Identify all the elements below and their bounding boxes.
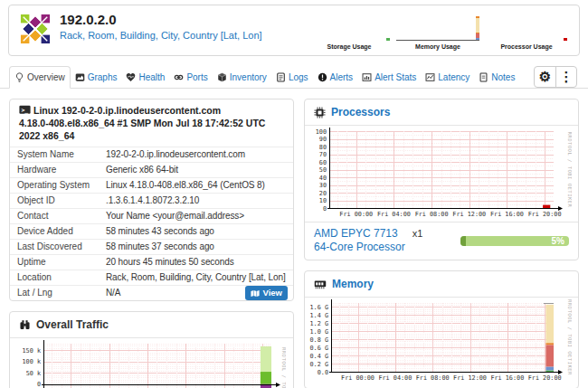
overall-traffic-panel: Overall Traffic 050 k100 k150 kRRDTOOL /…: [9, 311, 294, 388]
svg-text:60: 60: [319, 159, 327, 166]
processor-item: AMD EPYC 7713x1 64-Core Processor 5%: [305, 222, 578, 260]
tab-alert-stats[interactable]: Alert Stats: [357, 66, 421, 89]
processors-panel: Processors 0102030405060708090100Fri 00:…: [304, 99, 579, 260]
file-icon: [276, 72, 286, 82]
line-chart-icon: [425, 72, 435, 82]
svg-text:1.4 G: 1.4 G: [310, 312, 328, 319]
svg-text:0.6 G: 0.6 G: [310, 345, 328, 352]
link-icon: [174, 72, 184, 82]
svg-text:150 k: 150 k: [23, 347, 41, 355]
area-chart-icon: [75, 72, 85, 82]
svg-text:20: 20: [319, 190, 327, 197]
cpu-name-link[interactable]: AMD EPYC 7713: [314, 227, 398, 240]
cpu-usage-bar: 5%: [460, 236, 569, 246]
table-row: LocationRack, Room, Building, City, Coun…: [10, 270, 293, 285]
svg-text:1.6 G: 1.6 G: [310, 304, 328, 311]
table-row: Uptime20 hours 45 minutes 50 seconds: [10, 254, 293, 270]
memory-graph[interactable]: 0.00.2 G0.4 G0.6 G0.8 G1.0 G1.2 G1.4 G1.…: [305, 298, 578, 388]
svg-text:70: 70: [319, 151, 327, 158]
memory-header[interactable]: Memory: [305, 271, 578, 298]
svg-text:50 k: 50 k: [26, 370, 41, 377]
alert-circle-icon: [318, 72, 327, 82]
os-icon: >_: [19, 105, 31, 116]
svg-text:90: 90: [319, 136, 327, 143]
svg-text:Fri 08:00: Fri 08:00: [416, 374, 450, 382]
memory-usage-mini[interactable]: Memory Usage: [396, 13, 479, 51]
svg-text:Fri 08:00: Fri 08:00: [415, 211, 449, 218]
svg-text:Fri 20:00: Fri 20:00: [528, 374, 562, 382]
device-tabbar: Overview Graphs Health Ports Inventory L…: [0, 66, 588, 89]
bar-chart-icon: [362, 72, 372, 82]
svg-text:RRDTOOL / TOBI OETIKER: RRDTOOL / TOBI OETIKER: [567, 132, 572, 208]
note-icon: [479, 72, 488, 82]
tab-logs[interactable]: Logs: [271, 66, 313, 89]
system-info-panel: >_Linux 192-0-2-0.ip.linodeusercontent.c…: [9, 99, 294, 301]
svg-text:0.8 G: 0.8 G: [310, 336, 328, 344]
svg-text:Fri 04:00: Fri 04:00: [378, 374, 412, 382]
svg-text:40: 40: [319, 175, 327, 182]
svg-text:0.2 G: 0.2 G: [310, 361, 328, 368]
table-row: Last Discovered58 minutes 37 seconds ago: [10, 239, 293, 254]
table-row: ContactYour Name <your@email.address>: [10, 208, 293, 223]
view-map-button[interactable]: View: [245, 286, 288, 300]
tab-health[interactable]: Health: [121, 66, 169, 89]
overall-traffic-header: Overall Traffic: [10, 312, 293, 338]
tab-inventory[interactable]: Inventory: [213, 66, 271, 89]
svg-text:Fri 00:00: Fri 00:00: [339, 211, 373, 218]
more-options-button[interactable]: ⋮: [555, 67, 576, 87]
cpu-count: x1: [413, 228, 423, 239]
tab-ports[interactable]: Ports: [169, 66, 212, 89]
storage-usage-mini[interactable]: Storage Usage: [308, 13, 391, 51]
svg-text:>_: >_: [21, 107, 28, 114]
memory-icon: [314, 279, 327, 290]
svg-text:Fri 12:00: Fri 12:00: [452, 211, 486, 218]
svg-text:0.4 G: 0.4 G: [310, 353, 328, 360]
device-location-link[interactable]: Rack, Room, Building, City, Country [Lat…: [60, 30, 262, 41]
map-icon: [251, 289, 260, 298]
svg-text:Fri 16:00: Fri 16:00: [490, 374, 524, 382]
svg-text:Fri 04:00: Fri 04:00: [377, 211, 411, 218]
tab-latency[interactable]: Latency: [421, 66, 474, 89]
binoculars-icon: [19, 319, 31, 331]
processor-usage-mini[interactable]: Processor Usage: [485, 13, 568, 51]
overall-traffic-graph[interactable]: 050 k100 k150 kRRDTOOL / TOBI OETIKER: [10, 338, 293, 388]
processors-header[interactable]: Processors: [305, 99, 578, 126]
svg-text:80: 80: [319, 144, 327, 151]
system-description: >_Linux 192-0-2-0.ip.linodeusercontent.c…: [10, 99, 293, 147]
content: >_Linux 192-0-2-0.ip.linodeusercontent.c…: [0, 89, 588, 388]
svg-text:Fri 16:00: Fri 16:00: [490, 211, 524, 218]
tab-overview[interactable]: Overview: [9, 66, 71, 89]
svg-text:50: 50: [319, 166, 327, 174]
svg-text:Fri 00:00: Fri 00:00: [341, 374, 375, 382]
svg-text:0: 0: [323, 205, 327, 213]
svg-text:1.2 G: 1.2 G: [310, 320, 328, 327]
cpu-usage-label: 5%: [552, 236, 564, 246]
processors-graph[interactable]: 0102030405060708090100Fri 00:00Fri 04:00…: [305, 126, 578, 222]
table-row: Lat / LngN/A View: [10, 285, 293, 300]
svg-text:Fri 12:00: Fri 12:00: [453, 374, 487, 382]
tab-alerts[interactable]: Alerts: [313, 66, 358, 89]
cpu-description[interactable]: 64-Core Processor: [314, 241, 422, 254]
svg-text:1.0 G: 1.0 G: [310, 328, 328, 336]
cpu-icon: [314, 107, 326, 118]
device-header: 192.0.2.0 Rack, Room, Building, City, Co…: [8, 5, 580, 56]
table-row: System Name192-0-2-0.ip.linodeuserconten…: [10, 147, 293, 162]
tab-notes[interactable]: Notes: [474, 66, 519, 89]
svg-text:RRDTOOL / TOBI OETIKER: RRDTOOL / TOBI OETIKER: [281, 347, 286, 388]
svg-text:100 k: 100 k: [23, 358, 41, 365]
svg-text:Fri 20:00: Fri 20:00: [528, 211, 562, 218]
svg-text:RRDTOOL / TOBI OETIKER: RRDTOOL / TOBI OETIKER: [567, 299, 572, 375]
svg-text:30: 30: [319, 182, 327, 189]
box-icon: [217, 72, 227, 82]
table-row: HardwareGeneric x86 64-bit: [10, 162, 293, 177]
tab-graphs[interactable]: Graphs: [71, 66, 122, 89]
memory-panel: Memory 0.00.2 G0.4 G0.6 G0.8 G1.0 G1.2 G…: [304, 270, 579, 388]
centos-logo: [20, 14, 51, 44]
svg-text:0: 0: [37, 381, 41, 388]
tab-action-buttons: ⚙ ⋮: [534, 66, 577, 88]
settings-gear-button[interactable]: ⚙: [535, 67, 555, 87]
usage-mini-graphs: Storage Usage Memory Usage Processor Usa…: [302, 13, 568, 51]
cpu-usage-fill: [460, 236, 466, 246]
lightbulb-icon: [14, 72, 24, 82]
svg-text:10: 10: [319, 197, 327, 204]
